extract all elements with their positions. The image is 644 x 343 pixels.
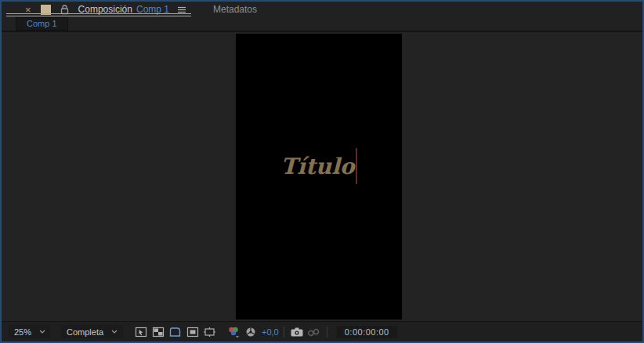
tab-metadata[interactable]: Metadatos (205, 4, 265, 15)
transparency-grid-icon[interactable] (150, 325, 166, 339)
mask-visibility-icon[interactable] (167, 325, 183, 339)
text-insertion-cursor (356, 148, 357, 184)
snapshot-icon[interactable] (289, 325, 306, 339)
title-text[interactable]: Título (280, 153, 354, 179)
region-of-interest-icon[interactable] (184, 325, 201, 339)
toolbar-separator (327, 327, 327, 338)
composition-panel: × Composición Comp 1 (0, 0, 644, 343)
viewer-toolbar: 25% Completa (2, 321, 642, 341)
viewer-tab-bar: Comp 1 (2, 17, 642, 31)
chevron-down-icon (111, 330, 118, 334)
composition-canvas[interactable]: Título (236, 34, 402, 320)
tab-composition[interactable]: × Composición Comp 1 (2, 2, 194, 17)
toolbar-separator (284, 327, 284, 338)
viewer-tab-comp1[interactable]: Comp 1 (16, 17, 68, 31)
exposure-reset-icon[interactable] (242, 325, 259, 339)
grid-guides-icon[interactable] (201, 325, 218, 339)
panel-tab-bar: × Composición Comp 1 (2, 2, 642, 17)
always-preview-icon[interactable] (132, 325, 149, 339)
active-tab-underline (6, 13, 191, 16)
panel-menu-icon[interactable] (177, 6, 186, 13)
channels-icon[interactable] (226, 325, 242, 339)
chevron-down-icon (39, 330, 45, 334)
view-options-group (132, 325, 218, 339)
viewer-pasteboard[interactable]: Título (2, 31, 642, 321)
exposure-value[interactable]: +0,0 (262, 327, 279, 337)
resolution-value: Completa (67, 327, 103, 337)
magnification-value: 25% (14, 327, 31, 337)
show-snapshot-icon[interactable] (306, 325, 322, 339)
resolution-dropdown[interactable]: Completa (61, 325, 123, 338)
preview-time[interactable]: 0:00:00:00 (337, 326, 397, 338)
magnification-dropdown[interactable]: 25% (9, 325, 50, 338)
title-text-line: Título (236, 148, 402, 184)
